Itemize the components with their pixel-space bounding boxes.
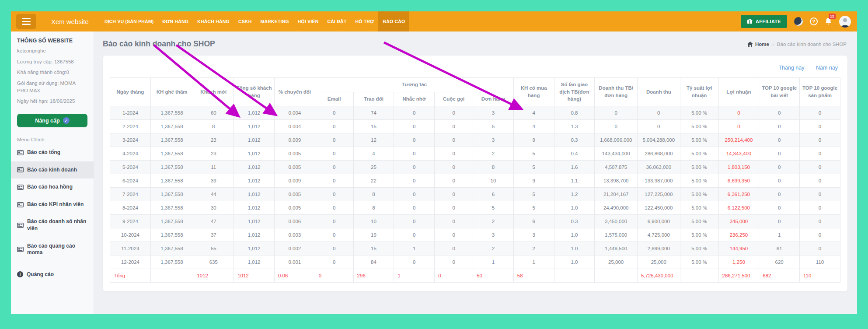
- table-cell: 0: [800, 201, 840, 215]
- table-cell: 0: [394, 161, 435, 174]
- nav-item[interactable]: HỘI VIÊN: [293, 11, 323, 32]
- nav-item[interactable]: ĐƠN HÀNG: [158, 11, 193, 32]
- table-cell: 8: [353, 188, 394, 201]
- table-cell: 0: [315, 256, 353, 269]
- sidebar-item[interactable]: Báo cáo hoa hồng: [11, 178, 94, 196]
- table-cell: 4,725,000: [637, 228, 680, 242]
- table-cell: 0: [759, 106, 800, 120]
- column-header: Tỷ suất lợi nhuận: [680, 78, 718, 106]
- table-cell: 3: [473, 106, 514, 120]
- table-cell: 1,012: [234, 201, 275, 215]
- table-cell: 1-2024: [110, 106, 151, 120]
- table-cell: 14,343,400: [718, 147, 759, 161]
- table-cell: 1,367,558: [150, 133, 193, 147]
- column-header: KH có mua hàng: [513, 78, 554, 106]
- table-cell: 5.00 %: [680, 242, 718, 256]
- table-cell: 9: [513, 133, 554, 147]
- bell-icon[interactable]: 12: [825, 18, 832, 25]
- table-cell: 1,367,558: [150, 188, 193, 201]
- sidebar-item[interactable]: Báo cáo tổng: [11, 144, 94, 161]
- table-cell: 2-2024: [110, 120, 151, 133]
- report-icon: [17, 167, 24, 172]
- table-cell: 10: [353, 215, 394, 228]
- sidebar-item[interactable]: Báo cáo quảng cáo moma: [11, 238, 94, 262]
- table-cell: 8: [193, 120, 234, 133]
- total-cell: 50: [473, 269, 514, 283]
- table-row: 1-20241,367,558601,0120.00407400340.8005…: [110, 106, 840, 120]
- filter-this-month[interactable]: Tháng này: [778, 65, 804, 71]
- table-cell: 0: [435, 256, 473, 269]
- table-cell: 0.4: [554, 147, 595, 161]
- table-cell: 3,450,000: [595, 215, 638, 228]
- table-cell: 1,367,558: [150, 174, 193, 188]
- table-head: Ngày thángKH ghé thămKhách mớiTổng số kh…: [110, 78, 840, 106]
- report-icon: [17, 223, 24, 228]
- sidebar-item[interactable]: Báo cáo doanh số nhân viên: [11, 213, 94, 237]
- table-cell: 5.00 %: [680, 106, 718, 120]
- table-cell: 133,987,000: [637, 174, 680, 188]
- breadcrumb-home[interactable]: Home: [747, 42, 769, 47]
- table-cell: 5.00 %: [680, 120, 718, 133]
- table-row: 5-20241,367,558111,0120.00502500851.64,5…: [110, 161, 840, 174]
- nav-item[interactable]: CÀI ĐẶT: [323, 11, 351, 32]
- table-cell: 0: [435, 174, 473, 188]
- table-cell: 3: [473, 228, 514, 242]
- table-cell: 8: [353, 201, 394, 215]
- menu-toggle-button[interactable]: [16, 14, 36, 29]
- table-cell: 1.1: [554, 174, 595, 188]
- sidebar-item-label: Báo cáo doanh số nhân viên: [27, 218, 87, 232]
- table-cell: 0: [759, 133, 800, 147]
- total-cell: [150, 269, 193, 283]
- table-cell: 5: [513, 147, 554, 161]
- affiliate-button[interactable]: AFFILIATE: [741, 15, 787, 28]
- sidebar-item-quang-cao[interactable]: i Quảng cáo: [11, 265, 94, 284]
- nav-item[interactable]: HỖ TRỢ: [351, 11, 379, 32]
- sidebar-item[interactable]: Báo cáo kinh doanh: [11, 161, 94, 179]
- table-cell: 1,449,500: [595, 242, 638, 256]
- table-cell: 0: [435, 120, 473, 133]
- globe-icon[interactable]: [794, 17, 803, 26]
- table-cell: 74: [353, 106, 394, 120]
- table-cell: 0: [800, 215, 840, 228]
- table-cell: 5: [513, 161, 554, 174]
- column-header: Khách mới: [193, 78, 234, 106]
- table-cell: 0: [435, 106, 473, 120]
- main-content: Báo cáo kinh doanh cho SHOP Home › Báo c…: [94, 32, 857, 314]
- view-website-link[interactable]: Xem website: [51, 18, 89, 25]
- table-cell: 0: [315, 120, 353, 133]
- nav-item[interactable]: BÁO CÁO: [378, 11, 409, 32]
- table-cell: 5.00 %: [680, 133, 718, 147]
- page-title: Báo cáo kinh doanh cho SHOP: [103, 39, 215, 49]
- table-cell: 0: [394, 256, 435, 269]
- sidebar-item[interactable]: Báo cáo KPI nhân viên: [11, 196, 94, 214]
- sidebar: THÔNG SỐ WEBSITE ketcongngheLượng truy c…: [11, 32, 94, 314]
- table-cell: 0.001: [274, 256, 315, 269]
- table-cell: 0: [800, 161, 840, 174]
- table-cell: 13,398,700: [595, 174, 638, 188]
- total-cell: Tổng: [110, 269, 151, 283]
- table-cell: 3: [473, 133, 514, 147]
- table-body: 1-20241,367,558601,0120.00407400340.8005…: [110, 106, 840, 269]
- total-cell: 1012: [234, 269, 275, 283]
- nav-item[interactable]: DỊCH VỤ (SẢN PHẨM): [100, 11, 158, 32]
- table-cell: 1.0: [554, 228, 595, 242]
- date-filters: Tháng này Năm nay: [110, 61, 840, 77]
- nav-item[interactable]: CSKH: [234, 11, 256, 32]
- nav-item[interactable]: MARKETING: [256, 11, 293, 32]
- table-cell: 0: [435, 188, 473, 201]
- avatar[interactable]: [839, 16, 851, 28]
- table-cell: 0: [315, 215, 353, 228]
- table-cell: 1,012: [234, 161, 275, 174]
- help-icon[interactable]: ?: [810, 18, 818, 25]
- table-cell: 6,361,250: [718, 188, 759, 201]
- table-cell: 286,868,000: [637, 147, 680, 161]
- table-cell: 0: [435, 161, 473, 174]
- table-cell: 0: [394, 215, 435, 228]
- table-row: 2-20241,367,55881,0120.00401500541.3005.…: [110, 120, 840, 133]
- upgrade-button[interactable]: Nâng cấp ✓: [17, 114, 87, 127]
- filter-this-year[interactable]: Năm nay: [816, 65, 838, 71]
- table-cell: 1,668,096,000: [595, 133, 638, 147]
- nav-item[interactable]: KHÁCH HÀNG: [193, 11, 234, 32]
- table-cell: 1,012: [234, 147, 275, 161]
- column-header: Cuộc gọi: [435, 92, 473, 106]
